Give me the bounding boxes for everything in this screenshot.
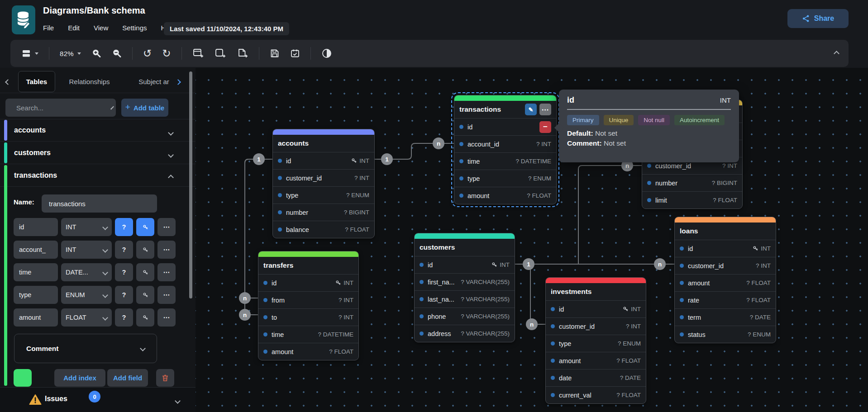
table-field-row[interactable]: current_val? FLOAT bbox=[546, 386, 646, 403]
redo-button[interactable]: ↻ bbox=[160, 47, 172, 60]
nullable-toggle[interactable]: ? bbox=[115, 241, 133, 259]
table-field-row[interactable]: balance? FLOAT bbox=[273, 221, 374, 238]
field-more-button[interactable]: ⋯ bbox=[157, 241, 176, 259]
table-field-row[interactable]: date? DATE bbox=[546, 369, 646, 386]
menu-settings[interactable]: Settings bbox=[121, 23, 148, 33]
table-field-row[interactable]: idINT bbox=[415, 256, 515, 273]
tab-tables[interactable]: Tables bbox=[18, 71, 55, 92]
issues-expand-button[interactable] bbox=[176, 397, 180, 405]
add-table-button[interactable]: + Add table bbox=[121, 99, 168, 117]
save-button[interactable] bbox=[268, 47, 281, 60]
sidebar-scrollbar[interactable] bbox=[189, 71, 192, 298]
primary-key-toggle[interactable] bbox=[136, 263, 154, 281]
save-as-button[interactable] bbox=[288, 47, 302, 60]
field-name-input[interactable]: amount bbox=[14, 308, 58, 327]
table-field-row[interactable]: status? ENUM bbox=[675, 326, 776, 343]
menu-edit[interactable]: Edit bbox=[67, 23, 81, 33]
diagram-table-accounts[interactable]: accountsidINTcustomer_id? INTtype? ENUMn… bbox=[272, 129, 375, 238]
primary-key-toggle[interactable] bbox=[136, 218, 154, 236]
table-field-row[interactable]: idINT bbox=[273, 152, 374, 169]
table-title-row[interactable]: accounts bbox=[273, 135, 374, 152]
table-field-row[interactable]: amount? FLOAT bbox=[258, 343, 358, 360]
share-button[interactable]: Share bbox=[787, 9, 849, 28]
diagram-table-loans[interactable]: loansidINTcustomer_id? INTamount? FLOATr… bbox=[674, 217, 776, 343]
table-field-row[interactable]: limit? FLOAT bbox=[642, 191, 742, 208]
table-field-row[interactable]: type? ENUM bbox=[546, 335, 646, 352]
add-table-tool-button[interactable] bbox=[191, 46, 206, 61]
table-field-row[interactable]: from? INT bbox=[258, 291, 358, 308]
table-field-row[interactable]: time? DATETIME bbox=[258, 326, 358, 343]
field-type-select[interactable]: ENUM bbox=[61, 286, 112, 304]
expand-table-button[interactable] bbox=[169, 151, 173, 159]
undo-button[interactable]: ↺ bbox=[141, 47, 153, 60]
add-note-button[interactable] bbox=[235, 46, 250, 61]
table-title-row[interactable]: investments bbox=[546, 283, 646, 300]
primary-key-toggle[interactable] bbox=[136, 308, 154, 327]
search-input[interactable] bbox=[15, 104, 107, 112]
table-field-row[interactable]: phone? VARCHAR(255) bbox=[415, 308, 515, 325]
nullable-toggle[interactable]: ? bbox=[115, 308, 133, 327]
table-title-row[interactable]: transactions✎⋯ bbox=[454, 101, 556, 118]
add-index-button[interactable]: Add index bbox=[54, 369, 105, 387]
table-field-row[interactable]: customer_id? INT bbox=[546, 317, 646, 335]
sidebar-item-customers[interactable]: customers bbox=[0, 142, 196, 164]
table-title-row[interactable]: customers bbox=[415, 239, 515, 256]
field-type-select[interactable]: DATE... bbox=[61, 263, 112, 281]
diagram-canvas[interactable]: 1nn1n1nnn accountsidINTcustomer_id? INTt… bbox=[196, 68, 868, 412]
diagram-table-customers[interactable]: customersidINTfirst_na...? VARCHAR(255)l… bbox=[414, 233, 515, 342]
table-field-row[interactable]: idINT bbox=[258, 274, 358, 291]
zoom-out-button[interactable] bbox=[110, 47, 124, 60]
comment-section[interactable]: Comment bbox=[14, 334, 157, 363]
table-field-row[interactable]: last_na...? VARCHAR(255) bbox=[415, 290, 515, 308]
remove-field-button[interactable]: − bbox=[539, 121, 551, 133]
panel-layout-button[interactable] bbox=[19, 47, 40, 60]
menu-file[interactable]: File bbox=[42, 23, 55, 33]
nullable-toggle[interactable]: ? bbox=[115, 218, 133, 236]
table-more-button[interactable]: ⋯ bbox=[539, 104, 551, 115]
table-field-row[interactable]: rate? FLOAT bbox=[675, 291, 776, 308]
field-more-button[interactable]: ⋯ bbox=[157, 263, 176, 281]
diagram-table-investments[interactable]: investmentsidINTcustomer_id? INTtype? EN… bbox=[545, 277, 646, 404]
primary-key-toggle[interactable] bbox=[136, 286, 154, 304]
field-more-button[interactable]: ⋯ bbox=[157, 308, 176, 327]
table-field-row[interactable]: first_na...? VARCHAR(255) bbox=[415, 273, 515, 290]
add-field-button[interactable]: Add field bbox=[107, 369, 148, 387]
table-field-row[interactable]: number? BIGINT bbox=[273, 204, 374, 221]
table-title-row[interactable]: transfers bbox=[258, 257, 358, 274]
field-name-input[interactable]: time bbox=[14, 263, 58, 281]
table-field-row[interactable]: amount? FLOAT bbox=[675, 274, 776, 291]
table-field-row[interactable]: customer_id? INT bbox=[675, 257, 776, 274]
diagram-table-transactions[interactable]: transactions✎⋯id−account_id? INTtime? DA… bbox=[454, 95, 557, 204]
table-search[interactable] bbox=[5, 99, 116, 117]
table-field-row[interactable]: term? DATE bbox=[675, 308, 776, 326]
collapse-table-button[interactable] bbox=[169, 173, 173, 181]
zoom-in-button[interactable] bbox=[90, 47, 103, 60]
table-title-row[interactable]: loans bbox=[675, 223, 776, 240]
add-area-button[interactable] bbox=[213, 46, 228, 61]
table-field-row[interactable]: customer_id? INT bbox=[273, 169, 374, 186]
table-field-row[interactable]: amount? FLOAT bbox=[546, 352, 646, 369]
delete-table-button[interactable] bbox=[156, 369, 174, 387]
table-name-input[interactable] bbox=[42, 194, 157, 213]
theme-toggle-button[interactable] bbox=[320, 46, 334, 61]
sidebar-item-accounts[interactable]: accounts bbox=[0, 119, 196, 142]
table-field-row[interactable]: amount? FLOAT bbox=[454, 187, 556, 204]
table-field-row[interactable]: id− bbox=[454, 118, 556, 135]
nullable-toggle[interactable]: ? bbox=[115, 263, 133, 281]
field-type-select[interactable]: INT bbox=[61, 241, 112, 259]
edit-table-button[interactable]: ✎ bbox=[525, 104, 537, 115]
table-field-row[interactable]: account_id? INT bbox=[454, 135, 556, 152]
table-field-row[interactable]: idINT bbox=[675, 240, 776, 257]
field-name-input[interactable]: account_ bbox=[14, 241, 58, 259]
table-color-swatch[interactable] bbox=[14, 369, 32, 387]
field-name-input[interactable]: type bbox=[14, 286, 58, 304]
diagram-table-transfers[interactable]: transfersidINTfrom? INTto? INTtime? DATE… bbox=[258, 251, 359, 360]
collapse-toolbar-button[interactable] bbox=[835, 49, 839, 57]
menu-view[interactable]: View bbox=[93, 23, 109, 33]
field-type-select[interactable]: FLOAT bbox=[61, 308, 112, 327]
tab-relationships[interactable]: Relationships bbox=[61, 71, 118, 92]
expand-table-button[interactable] bbox=[169, 128, 173, 137]
zoom-level-dropdown[interactable]: 82% bbox=[58, 48, 83, 59]
table-field-row[interactable]: idINT bbox=[546, 300, 646, 317]
nullable-toggle[interactable]: ? bbox=[115, 286, 133, 304]
